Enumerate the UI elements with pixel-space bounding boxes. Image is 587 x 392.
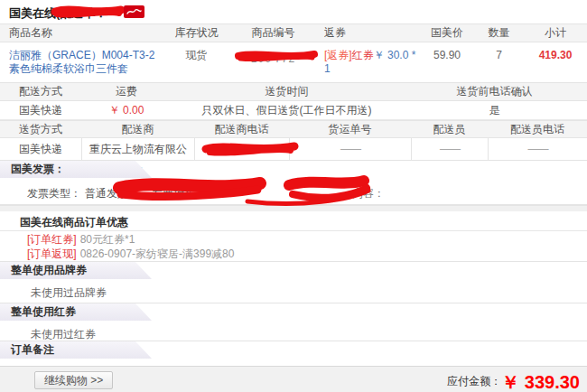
ship-method: 国美快递 [0, 103, 81, 118]
order-remark-section: 订单备注 [0, 341, 587, 366]
redaction-scribble-phone [200, 140, 302, 158]
redaction-scribble-invoice [110, 174, 374, 210]
coupon-cell[interactable]: [返券]红券￥ 30.0 * 1 [321, 49, 420, 76]
promo-red-coupon-item: [订单红券]80元红券*1 [0, 231, 587, 246]
payable-value: ￥ 339.30 [501, 372, 580, 392]
brand-coupon-title: 整单使用品牌券 [0, 262, 152, 279]
courier-person: —— [411, 138, 488, 161]
col-courier-person: 配送员 [411, 122, 488, 137]
waybill-number: —— [289, 138, 411, 161]
col-waybill-number: 货运单号 [289, 122, 411, 137]
col-price: 国美价 [420, 25, 474, 41]
order-title-bar: 国美在线(配送单： [0, 0, 587, 23]
col-item-number: 商品编号 [226, 25, 321, 41]
col-quantity: 数量 [474, 25, 524, 41]
col-phone-confirm: 送货前电话确认 [402, 84, 587, 99]
courier-person-phone: —— [488, 138, 587, 161]
delivery-time: 只双休日、假日送货(工作日不用送) [172, 103, 402, 118]
promo-cashback-tag: [订单返现] [27, 247, 77, 260]
order-status-badge [124, 5, 144, 18]
redaction-scribble-order-number [51, 4, 126, 23]
col-courier-person-phone: 配送员电话 [488, 122, 587, 137]
phone-confirm-value: 是 [402, 103, 587, 118]
red-coupon-title: 整单使用红券 [0, 303, 152, 321]
unit-price: 59.90 [420, 49, 474, 62]
red-coupon-status: 未使用过红券 [0, 321, 587, 342]
promo-red-coupon-tag: [订单红券] [27, 233, 77, 246]
courier-phone: 023 [194, 138, 289, 161]
red-coupon-section: 整单使用红券 未使用过红券 [0, 303, 587, 341]
promo-red-coupon-text: 80元红券*1 [80, 233, 135, 246]
stock-status: 现货 [167, 49, 226, 62]
col-product-name: 商品名称 [0, 25, 167, 41]
courier-company: 重庆云上物流有限公司 [81, 138, 194, 161]
promo-cashback-text: 0826-0907-家纺寝居-满399减80 [80, 247, 235, 260]
courier-method: 国美快递 [0, 138, 81, 161]
shipping-row: 国美快递 ￥ 0.00 只双休日、假日送货(工作日不用送) 是 [0, 101, 587, 120]
coupon-tag: [返券] [324, 49, 352, 61]
col-courier-phone: 配送商电话 [194, 122, 289, 137]
payable-label: 应付金额： [447, 375, 501, 387]
product-table-header: 商品名称 库存状况 商品编号 返券 国美价 数量 小计 [0, 23, 587, 42]
col-subtotal: 小计 [524, 25, 587, 41]
gome-order-detail-page: 国美在线(配送单： 商品名称 库存状况 商品编号 返券 国美价 数量 小计 洁丽… [0, 0, 587, 392]
col-courier-company: 配送商 [81, 122, 194, 137]
payable-amount: 应付金额：￥ 339.30 [447, 370, 580, 392]
quantity: 7 [474, 49, 524, 62]
col-ship-method: 配送方式 [0, 84, 81, 99]
col-delivery-time: 送货时间 [172, 84, 402, 99]
col-stock: 库存状况 [167, 25, 226, 41]
col-coupon: 返券 [321, 25, 420, 41]
continue-shopping-button[interactable]: 继续购物 >> [34, 371, 113, 389]
promotions-title: 国美在线商品订单优惠 [0, 211, 587, 231]
product-link[interactable]: 洁丽雅（GRACE）M004-T3-2素色纯棉柔软浴巾三件套 [9, 49, 154, 75]
coupon-name: 红券 [352, 49, 374, 61]
redaction-scribble-item-number [233, 49, 320, 65]
shipping-table-header: 配送方式 运费 送货时间 送货前电话确认 [0, 82, 587, 101]
invoice-section: 国美发票： 发票类型：普通发票发票抬头：内容： [0, 161, 587, 205]
col-freight: 运费 [81, 84, 172, 99]
order-footer-bar: 继续购物 >> 应付金额：￥ 339.30 [0, 366, 587, 392]
invoice-type-label: 发票类型： [27, 187, 81, 200]
promo-cashback-item: [订单返现]0826-0907-家纺寝居-满399减80 [0, 246, 587, 260]
brand-coupon-status: 未使用过品牌券 [0, 279, 587, 301]
brand-coupon-section: 整单使用品牌券 未使用过品牌券 [0, 261, 587, 303]
product-item-number: 100 772 [226, 49, 321, 76]
subtotal: 419.30 [524, 49, 587, 62]
freight-value: ￥ 0.00 [81, 103, 172, 118]
order-remark-title: 订单备注 [0, 341, 152, 359]
col-courier-method: 送货方式 [0, 122, 81, 137]
courier-table-header: 送货方式 配送商 配送商电话 货运单号 配送员 配送员电话 [0, 120, 587, 138]
product-row: 洁丽雅（GRACE）M004-T3-2素色纯棉柔软浴巾三件套 现货 100 77… [0, 42, 587, 82]
promotions-section: 国美在线商品订单优惠 [订单红券]80元红券*1 [订单返现]0826-0907… [0, 211, 587, 261]
courier-row: 国美快递 重庆云上物流有限公司 023 —— —— —— [0, 138, 587, 161]
